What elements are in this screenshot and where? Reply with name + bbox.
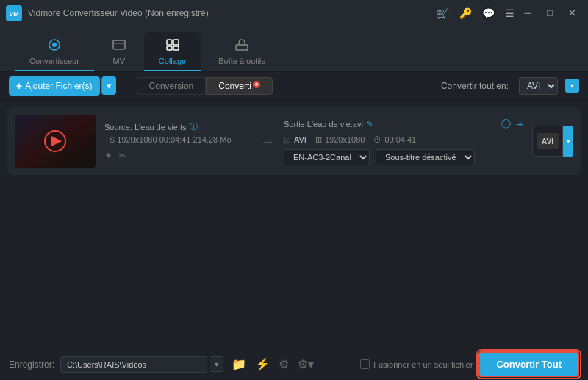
- svg-text:VM: VM: [9, 10, 19, 18]
- convert-all-format-select[interactable]: AVI: [519, 77, 558, 95]
- output-add-icon[interactable]: +: [517, 118, 523, 130]
- output-selects: EN-AC3-2Canal Sous-titre désactivé: [284, 149, 523, 165]
- toolbar: + Ajouter Fichier(s) ▾ Conversion Conver…: [0, 72, 588, 100]
- chat-icon[interactable]: 💬: [479, 7, 498, 19]
- tab-convertisseur-label: Convertisseur: [29, 57, 79, 65]
- output-resolution: ⊞ 1920x1080: [315, 135, 365, 145]
- menu-icon[interactable]: ☰: [502, 7, 517, 19]
- format-thumb-dropdown-button[interactable]: ▾: [563, 126, 573, 157]
- cut-action-icon[interactable]: ✂: [118, 150, 126, 161]
- svg-rect-8: [167, 46, 172, 50]
- close-button[interactable]: ✕: [562, 4, 582, 22]
- file-item: Source: L'eau de vie.ts ⓘ TS 1920x1080 0…: [7, 107, 581, 175]
- format-check-icon: ☑: [284, 135, 291, 145]
- format-thumb[interactable]: AVI: [532, 126, 563, 157]
- output-format-text: AVI: [294, 135, 306, 144]
- converti-badge: ●: [253, 81, 260, 88]
- svg-rect-7: [173, 40, 179, 45]
- app-logo: VM: [6, 5, 22, 21]
- file-size: 214.28 Mo: [193, 135, 232, 144]
- sub-tabs: Conversion Converti●: [137, 77, 273, 95]
- convertisseur-icon: [47, 38, 62, 55]
- add-files-label: Ajouter Fichier(s): [25, 81, 92, 91]
- convert-all-button[interactable]: Convertir Tout: [478, 351, 579, 377]
- clock-icon: ⏱: [373, 135, 381, 144]
- tab-mv[interactable]: MV: [97, 32, 141, 71]
- svg-rect-10: [236, 45, 248, 50]
- output-format-badge: ☑ AVI: [284, 135, 306, 145]
- title-bar-actions: 🛒 🔑 💬 ☰: [434, 7, 517, 19]
- title-bar: VM Vidmore Convertisseur Vidéo (Non enre…: [0, 0, 588, 26]
- file-meta: TS 1920x1080 00:04:41 214.28 Mo: [104, 135, 251, 144]
- settings-icon[interactable]: ⚙: [276, 355, 291, 373]
- bottom-bar: Enregistrer: ▾ 📁 ⚡ ⚙ ⚙▾ Fusionner en un …: [0, 348, 588, 380]
- convert-all-dropdown-button[interactable]: ▾: [565, 79, 579, 93]
- boite-icon: [234, 38, 249, 55]
- svg-rect-6: [167, 40, 172, 45]
- svg-rect-4: [113, 40, 125, 49]
- save-path-input[interactable]: [60, 356, 207, 373]
- tab-convertisseur[interactable]: Convertisseur: [15, 32, 94, 71]
- output-info-icon[interactable]: ⓘ: [501, 118, 511, 131]
- tab-converti[interactable]: Converti●: [206, 77, 273, 95]
- svg-rect-9: [173, 46, 179, 50]
- folder-icon[interactable]: 📁: [229, 355, 248, 373]
- collage-icon: [165, 38, 180, 55]
- plus-icon: +: [16, 80, 22, 92]
- cart-icon[interactable]: 🛒: [434, 7, 452, 19]
- tab-boite-label: Boîte à outils: [218, 57, 265, 65]
- file-thumbnail: [15, 115, 96, 168]
- mv-icon: [112, 38, 126, 55]
- save-label: Enregistrer:: [9, 359, 54, 370]
- file-resolution: 1920x1080: [117, 135, 157, 144]
- more-settings-icon[interactable]: ⚙▾: [295, 355, 316, 373]
- add-files-dropdown-button[interactable]: ▾: [101, 76, 116, 95]
- source-label: Source: L'eau de vie.ts ⓘ: [104, 121, 251, 132]
- tab-boite[interactable]: Boîte à outils: [204, 32, 280, 71]
- output-edit-icon[interactable]: ✎: [366, 119, 373, 129]
- format-thumb-text: AVI: [542, 137, 553, 146]
- save-path-dropdown-button[interactable]: ▾: [210, 356, 223, 372]
- output-details: ☑ AVI ⊞ 1920x1080 ⏱ 00:04:41: [284, 135, 523, 145]
- arrow-right-icon: →: [260, 133, 275, 150]
- app-title: Vidmore Convertisseur Vidéo (Non enregis…: [28, 8, 434, 18]
- source-info-icon[interactable]: ⓘ: [190, 121, 198, 132]
- format-thumb-container: AVI ▾: [532, 126, 573, 157]
- settings-action-icon[interactable]: ✦: [104, 150, 112, 161]
- file-format: TS: [104, 135, 115, 144]
- file-area: Source: L'eau de vie.ts ⓘ TS 1920x1080 0…: [0, 100, 588, 348]
- merge-checkbox[interactable]: [360, 359, 370, 369]
- output-info: Sortie:L'eau de vie.avi ✎ ⓘ + ☑ AVI ⊞ 19…: [284, 118, 523, 165]
- bottom-toolbar-icons: 📁 ⚡ ⚙ ⚙▾: [229, 355, 316, 373]
- output-label: Sortie:L'eau de vie.avi ✎ ⓘ +: [284, 118, 523, 131]
- nav-tabs: Convertisseur MV Collage: [0, 26, 588, 72]
- tab-collage[interactable]: Collage: [144, 32, 201, 71]
- resize-icon: ⊞: [315, 135, 322, 145]
- maximize-button[interactable]: □: [539, 4, 560, 22]
- audio-select[interactable]: EN-AC3-2Canal: [284, 149, 370, 165]
- file-actions: ✦ ✂: [104, 150, 251, 161]
- file-info: Source: L'eau de vie.ts ⓘ TS 1920x1080 0…: [104, 121, 251, 161]
- minimize-button[interactable]: ─: [517, 4, 538, 22]
- tab-mv-label: MV: [113, 57, 126, 65]
- merge-label: Fusionner en un seul fichier: [360, 359, 473, 369]
- window-controls: ─ □ ✕: [517, 4, 582, 22]
- tab-conversion[interactable]: Conversion: [137, 77, 207, 95]
- svg-point-3: [52, 43, 57, 47]
- add-files-button[interactable]: + Ajouter Fichier(s): [9, 76, 100, 96]
- output-duration: ⏱ 00:04:41: [373, 135, 416, 144]
- convert-all-label: Convertir tout en:: [441, 81, 509, 91]
- file-duration: 00:04:41: [159, 135, 191, 144]
- flash-icon[interactable]: ⚡: [253, 355, 272, 373]
- subtitle-select[interactable]: Sous-titre désactivé: [376, 149, 475, 165]
- tab-collage-label: Collage: [159, 57, 186, 65]
- key-icon[interactable]: 🔑: [456, 7, 475, 19]
